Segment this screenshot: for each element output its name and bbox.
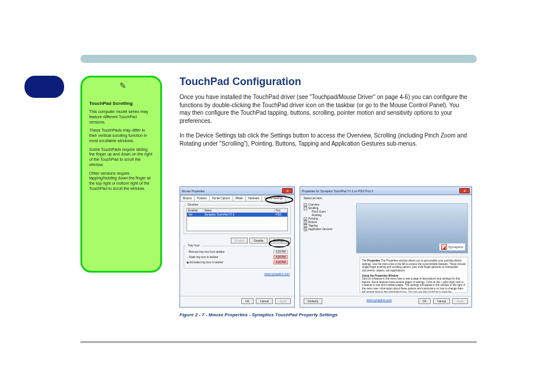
- sidebar-text: Other versions require tapping/holding d…: [89, 171, 153, 192]
- link-row: www.synaptics.com: [180, 271, 294, 277]
- tree-label: Application Gestures: [308, 228, 333, 231]
- radio-row[interactable]: ◉ Animated tray icon in taskbar 4:20 PM: [186, 260, 288, 264]
- radio-row[interactable]: ○ Static tray icon in taskbar 4:20 PM: [186, 255, 288, 259]
- tab-pointer-options[interactable]: Pointer Options: [209, 195, 233, 201]
- cell-enabled: Yes: [187, 213, 203, 217]
- dialog-footer: Defaults www.synaptics.com OK Cancel App…: [300, 296, 471, 306]
- tab-pointers[interactable]: Pointers: [194, 195, 210, 201]
- pen-icon: ✎: [119, 81, 126, 90]
- cancel-button[interactable]: Cancel: [256, 298, 273, 304]
- col-enabled: Enabled: [187, 209, 203, 213]
- synaptics-link[interactable]: www.synaptics.com: [349, 298, 392, 304]
- button-row: Enable Disable Settings…: [184, 238, 291, 243]
- tab-strip: Buttons Pointers Pointer Options Wheel H…: [180, 195, 294, 202]
- body-paragraph: Once you have installed the TouchPad dri…: [180, 93, 471, 125]
- sidebar-note: ✎ TouchPad Scrolling This computer model…: [80, 76, 162, 273]
- collapse-icon[interactable]: −: [304, 207, 307, 210]
- radio-label: Remove tray icon from taskbar: [189, 250, 224, 253]
- devices-group: Devices: Enabled Name Port Yes Synaptics…: [184, 205, 291, 234]
- time-preview: 4:20 PM: [273, 250, 288, 254]
- window-title: Properties for Synaptics TouchPad V7.2 o…: [302, 189, 373, 193]
- defaults-button[interactable]: Defaults: [304, 298, 322, 304]
- mouse-properties-dialog: Mouse Properties ✕ Buttons Pointers Poin…: [180, 186, 295, 308]
- description-panel: The Properties The Properties window all…: [360, 257, 468, 293]
- col-port: Port: [275, 209, 287, 213]
- devices-table: Enabled Name Port Yes Synaptics TouchPad…: [186, 208, 288, 231]
- sidebar-title: TouchPad Scrolling: [89, 101, 153, 106]
- sidebar-text: This computer model series may feature d…: [89, 110, 153, 125]
- logo-mark-icon: ◪: [441, 244, 447, 250]
- synaptics-properties-dialog: Properties for Synaptics TouchPad V7.2 o…: [300, 186, 472, 308]
- select-item-label: Select an item: [304, 196, 322, 200]
- preview-image: ◪ Synaptics: [356, 203, 468, 253]
- apply-button[interactable]: Apply: [275, 298, 291, 304]
- header-bar: [80, 55, 477, 63]
- footer-rule: [80, 341, 477, 343]
- radio-label: Static tray icon in taskbar: [189, 256, 218, 259]
- expand-icon[interactable]: +: [304, 228, 307, 231]
- tab-wheel[interactable]: Wheel: [233, 195, 246, 201]
- table-row[interactable]: Yes Synaptics TouchPad V7.2 PS/2: [187, 213, 287, 217]
- logo-text: Synaptics: [448, 245, 463, 249]
- title-bar: Properties for Synaptics TouchPad V7.2 o…: [300, 187, 471, 195]
- devices-label: Devices:: [186, 203, 200, 206]
- ok-button[interactable]: OK: [418, 298, 431, 304]
- feature-tree: +Overview −Scrolling Pinch Zoom Rotating…: [304, 203, 355, 232]
- tab-hardware[interactable]: Hardware: [245, 195, 263, 201]
- settings-button[interactable]: Settings…: [269, 238, 291, 243]
- window-title: Mouse Properties: [182, 189, 205, 193]
- figure-caption: Figure 2 - 7 - Mouse Properties - Synapt…: [180, 312, 337, 317]
- desc-text: The Properties The Properties window all…: [362, 259, 466, 272]
- radio-row[interactable]: ○ Remove tray icon from taskbar 4:20 PM: [186, 250, 288, 254]
- tree-item-gestures[interactable]: +Application Gestures: [304, 228, 355, 231]
- tab-buttons[interactable]: Buttons: [180, 195, 195, 201]
- synaptics-logo: ◪ Synaptics: [439, 243, 465, 250]
- desc-p2: Click on a feature in the menu tree to s…: [362, 277, 466, 293]
- sidebar-text: These TouchPads may differ in their vert…: [89, 128, 153, 143]
- time-preview: 4:20 PM: [273, 260, 288, 264]
- tab-device-settings[interactable]: Device Settings: [262, 195, 286, 201]
- cell-name: Synaptics TouchPad V7.2: [203, 213, 275, 217]
- apply-button[interactable]: Apply: [452, 298, 468, 304]
- page-number-pill: [24, 76, 64, 98]
- dialog-footer: OK Cancel Apply: [180, 296, 294, 306]
- enable-button[interactable]: Enable: [231, 238, 248, 243]
- col-name: Name: [203, 209, 275, 213]
- body-paragraph: In the Device Settings tab click the Set…: [180, 132, 471, 147]
- table-header: Enabled Name Port: [187, 209, 287, 213]
- ok-button[interactable]: OK: [241, 298, 254, 304]
- cell-port: PS/2: [275, 213, 287, 217]
- synaptics-link[interactable]: www.synaptics.com: [264, 272, 290, 276]
- cancel-button[interactable]: Cancel: [433, 298, 451, 304]
- sidebar-text: Some TouchPads require sliding the finge…: [89, 147, 153, 168]
- time-preview: 4:20 PM: [273, 255, 288, 259]
- bold-word: Properties: [367, 259, 380, 262]
- title-bar: Mouse Properties ✕: [180, 187, 294, 195]
- radio-label: Animated tray icon in taskbar: [189, 261, 223, 264]
- close-icon[interactable]: ✕: [459, 188, 470, 193]
- close-icon[interactable]: ✕: [282, 188, 293, 193]
- section-title: TouchPad Configuration: [180, 76, 301, 88]
- screenshot-group: Mouse Properties ✕ Buttons Pointers Poin…: [180, 186, 472, 308]
- tray-label: Tray Icon: [186, 243, 201, 247]
- tray-icon-group: Tray Icon ○ Remove tray icon from taskba…: [184, 246, 291, 269]
- disable-button[interactable]: Disable: [249, 238, 268, 243]
